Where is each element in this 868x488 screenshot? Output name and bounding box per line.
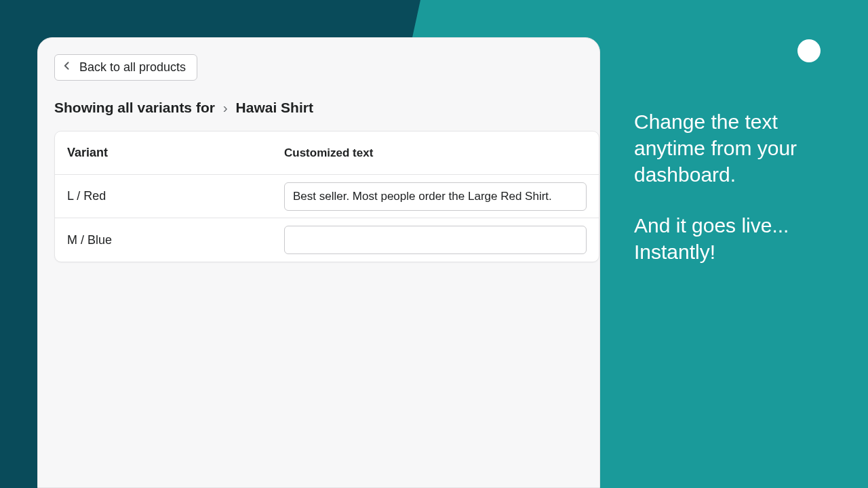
chevron-left-icon: [62, 60, 73, 75]
dashboard-panel: Back to all products Showing all variant…: [37, 37, 600, 488]
table-row: L / Red: [55, 175, 599, 218]
promo-copy: Change the text anytime from your dashbo…: [634, 108, 837, 265]
variant-name: L / Red: [67, 189, 284, 203]
column-header-variant: Variant: [67, 146, 284, 160]
heading-separator: ›: [223, 100, 228, 115]
promo-line-2: And it goes live... Instantly!: [634, 212, 837, 265]
back-button-label: Back to all products: [79, 60, 186, 75]
heading-prefix: Showing all variants for: [54, 100, 215, 115]
variant-name: M / Blue: [67, 233, 284, 247]
back-button[interactable]: Back to all products: [54, 54, 197, 81]
customized-text-input[interactable]: [284, 182, 587, 211]
column-header-text: Customized text: [284, 146, 587, 160]
customized-text-input[interactable]: [284, 226, 587, 254]
table-header-row: Variant Customized text: [55, 131, 599, 175]
promo-line-1: Change the text anytime from your dashbo…: [634, 108, 837, 188]
table-row: M / Blue: [55, 218, 599, 262]
heading-product: Hawai Shirt: [236, 100, 313, 115]
page-heading: Showing all variants for › Hawai Shirt: [54, 100, 599, 116]
variants-table: Variant Customized text L / Red M / Blue: [54, 131, 599, 262]
decorative-dot: [797, 39, 821, 62]
